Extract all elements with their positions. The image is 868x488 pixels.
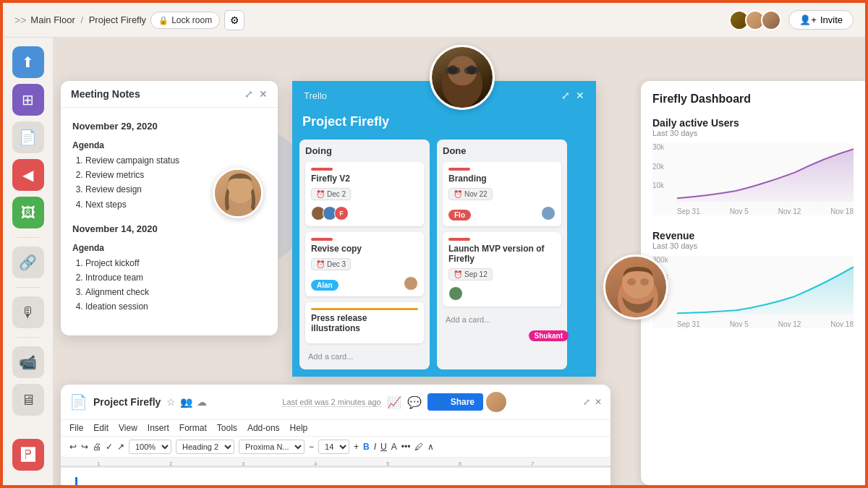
undo-button[interactable]: ↩	[69, 442, 77, 452]
toolbar-more[interactable]: ∧	[427, 442, 434, 452]
trello-window: Trello ⤢ ✕ Project Firefly Doing Firefly…	[292, 81, 596, 377]
menu-format[interactable]: Format	[179, 423, 207, 433]
share-icon: 👤	[436, 397, 447, 407]
trello-project-title: Project Firefly	[302, 114, 586, 129]
invite-button[interactable]: 👤+ Invite	[788, 10, 854, 30]
bold-button[interactable]: B	[363, 442, 370, 452]
sidebar-divider	[17, 237, 40, 238]
italic-button[interactable]: I	[374, 442, 376, 452]
font-plus[interactable]: +	[354, 442, 359, 452]
trello-card[interactable]: Firefly V2 ⏰ Dec 2 F	[305, 162, 424, 226]
add-card-button[interactable]: Add a card...	[305, 349, 424, 364]
sidebar-item-document[interactable]: 📄	[12, 121, 44, 153]
svg-point-11	[640, 278, 649, 286]
sidebar-item-monitor[interactable]: 🖥	[12, 384, 44, 416]
spellcheck-button[interactable]: ✓	[106, 442, 113, 452]
nav-chevrons-icon[interactable]: >>	[14, 14, 26, 26]
user-avatar	[485, 390, 508, 414]
trello-col-title: Done	[443, 145, 561, 156]
card-indicator	[311, 308, 418, 310]
more-formatting[interactable]: •••	[401, 442, 411, 452]
size-select[interactable]: 14	[318, 440, 349, 454]
font-minus[interactable]: −	[309, 442, 314, 452]
card-title: Firefly V2	[311, 174, 418, 184]
sidebar-item-mic[interactable]: 🎙	[12, 296, 44, 328]
gdocs-actions: Last edit was 2 minutes ago 📈 💬 👤 Share	[282, 390, 508, 414]
print-button[interactable]: 🖨	[93, 442, 101, 452]
menu-help[interactable]: Help	[290, 423, 308, 433]
strikethrough-button[interactable]: A	[391, 442, 397, 452]
star-icon[interactable]: ☆	[166, 396, 176, 408]
window-controls: ⤢ ✕	[244, 88, 268, 100]
sidebar-item-image[interactable]: 🖼	[12, 197, 44, 228]
google-docs-window: 📄 Project Firefly ☆ 👥 ☁ Last edit was 2 …	[61, 385, 610, 485]
svg-point-7	[227, 177, 253, 203]
meeting-date-1: November 29, 2020	[72, 119, 266, 134]
dashboard-title: Firefly Dashboard	[652, 93, 854, 106]
sidebar-item-upload[interactable]: ⬆	[12, 46, 44, 78]
menu-edit[interactable]: Edit	[93, 423, 109, 433]
card-avatars	[448, 286, 556, 301]
close-button[interactable]: ✕	[259, 88, 268, 100]
card-title: Launch MVP version of Firefly	[448, 244, 556, 264]
gdocs-body[interactable]	[61, 466, 610, 485]
share-button[interactable]: 👤 Share	[427, 393, 483, 411]
agenda-list-2: Project kickoff Introduce team Alignment…	[72, 257, 266, 314]
settings-button[interactable]: ⚙	[224, 10, 244, 30]
agenda-item: Project kickoff	[85, 257, 266, 270]
menu-tools[interactable]: Tools	[217, 423, 237, 433]
meeting-date-2: November 14, 2020	[72, 222, 266, 237]
trello-card[interactable]: Press release illustrations	[305, 302, 424, 343]
trello-controls: ⤢ ✕	[561, 90, 584, 101]
lockroom-button[interactable]: Lock room	[150, 12, 220, 29]
add-card-button[interactable]: Add a card...	[443, 312, 561, 327]
menu-view[interactable]: View	[119, 423, 137, 433]
trello-close-button[interactable]: ✕	[576, 90, 584, 101]
dau-chart-area: 30k 20k 10k	[652, 143, 854, 215]
svg-point-4	[448, 65, 457, 74]
sidebar-item-powerpoint[interactable]: 🅿	[12, 439, 44, 471]
avatar: F	[334, 206, 349, 221]
svg-text:7: 7	[531, 461, 535, 467]
gdocs-menu: File Edit View Insert Format Tools Add-o…	[61, 420, 610, 437]
heading-select[interactable]: Heading 2	[176, 440, 234, 454]
trello-col-doing: Doing Firefly V2 ⏰ Dec 2 F	[299, 140, 430, 369]
avatar	[404, 276, 418, 291]
menu-addons[interactable]: Add-ons	[247, 423, 280, 433]
agenda-label-1: Agenda	[72, 139, 266, 153]
sidebar-item-share[interactable]: ◀	[12, 159, 44, 191]
expand-button[interactable]: ⤢	[244, 88, 253, 100]
cloud-icon[interactable]: ☁	[197, 396, 207, 408]
avatar-left	[213, 168, 263, 218]
sidebar-divider	[17, 337, 40, 338]
sidebar-item-grid[interactable]: ⊞	[12, 84, 44, 116]
close-button[interactable]: ✕	[595, 397, 602, 407]
topbar: >> Main Floor / Project Firefly Lock roo…	[3, 3, 865, 38]
menu-file[interactable]: File	[69, 423, 83, 433]
zoom-select[interactable]: 100%	[129, 440, 171, 454]
cursor-button[interactable]: ↗	[117, 442, 124, 452]
avatar-stack	[729, 10, 781, 30]
sidebar-item-link[interactable]: 🔗	[12, 247, 44, 278]
trello-expand-button[interactable]: ⤢	[561, 90, 570, 101]
card-indicator	[448, 168, 470, 171]
avatar	[761, 10, 781, 30]
redo-button[interactable]: ↪	[81, 442, 88, 452]
revenue-chart-section: Revenue Last 30 days 300k 200k 100k 0	[652, 230, 854, 328]
agenda-item: Introduce team	[85, 271, 266, 285]
trello-card[interactable]: Revise copy ⏰ Dec 3 Alan	[305, 232, 424, 296]
users-icon[interactable]: 👥	[180, 396, 192, 408]
menu-insert[interactable]: Insert	[148, 423, 169, 433]
trello-card[interactable]: Launch MVP version of Firefly ⏰ Sep 12	[443, 232, 561, 307]
trello-card[interactable]: Branding ⏰ Nov 22 Flo	[443, 162, 561, 226]
expand-button[interactable]: ⤢	[583, 397, 590, 407]
font-select[interactable]: Proxima N...	[239, 440, 305, 454]
cursor-shukant-label: Shukant	[529, 330, 569, 341]
trello-col-done: Done Branding ⏰ Nov 22 Flo L	[437, 140, 567, 369]
comment-icon[interactable]: 💬	[407, 395, 422, 409]
svg-text:2: 2	[169, 461, 173, 467]
analytics-icon[interactable]: 📈	[387, 395, 401, 409]
sidebar-item-video[interactable]: 📹	[12, 346, 44, 378]
underline-button[interactable]: U	[380, 442, 387, 452]
paint-button[interactable]: 🖊	[414, 442, 423, 452]
